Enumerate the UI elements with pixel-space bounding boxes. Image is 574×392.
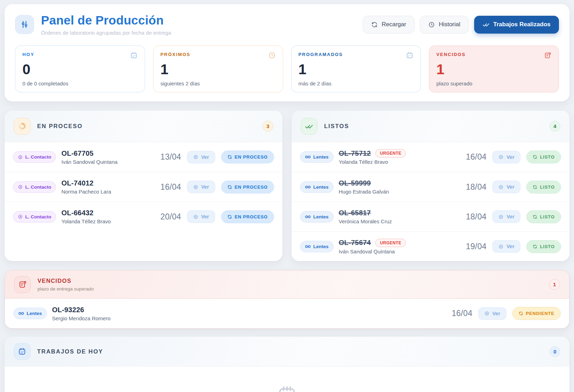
status-label: PENDIENTE bbox=[526, 311, 554, 316]
stat-caption: siguientes 2 días bbox=[160, 80, 276, 86]
order-block: OL-65817 Verónica Morales Cruz bbox=[339, 209, 392, 224]
status-badge[interactable]: LISTO bbox=[526, 240, 561, 253]
order-type-badge: L. Contacto bbox=[13, 181, 56, 193]
order-type-label: Lentes bbox=[313, 214, 329, 219]
client-name: Yolanda Téllez Bravo bbox=[339, 159, 406, 165]
stat-label: PROGRAMADOS bbox=[299, 52, 343, 57]
status-label: LISTO bbox=[540, 184, 555, 190]
client-name: Iván Sandoval Quintana bbox=[339, 248, 406, 254]
reload-label: Recargar bbox=[382, 21, 406, 28]
order-type-badge: Lentes bbox=[300, 181, 334, 193]
clock-icon bbox=[268, 51, 276, 59]
panel-en-proceso: EN PROCESO 3 bbox=[5, 111, 282, 261]
status-label: EN PROCESO bbox=[235, 214, 268, 219]
view-button[interactable]: Ver bbox=[492, 151, 520, 163]
eye-icon bbox=[193, 154, 198, 160]
order-block: OL-74012 Norma Pacheco Lara bbox=[61, 179, 111, 195]
refresh-icon bbox=[519, 311, 523, 316]
order-type-label: Lentes bbox=[27, 311, 42, 316]
stat-card-proximos: PRÓXIMOS 1 siguientes 2 días bbox=[153, 46, 283, 92]
status-badge[interactable]: EN PROCESO bbox=[221, 181, 274, 194]
page-subtitle: Órdenes de laboratorio agrupadas por fec… bbox=[41, 30, 171, 36]
header-card: Panel de Producción Órdenes de laborator… bbox=[5, 4, 569, 102]
production-dashboard: Panel de Producción Órdenes de laborator… bbox=[0, 0, 574, 392]
count-badge: 1 bbox=[549, 279, 560, 290]
order-number: OL-74012 bbox=[61, 179, 94, 187]
status-badge[interactable]: PENDIENTE bbox=[512, 307, 561, 320]
status-label: LISTO bbox=[540, 154, 555, 160]
order-number: OL-66432 bbox=[61, 209, 94, 217]
row-actions: 16/04 Ver bbox=[452, 307, 561, 320]
view-button[interactable]: Ver bbox=[492, 181, 520, 193]
trabajos-hoy-header: TRABAJOS DE HOY 0 bbox=[5, 337, 569, 366]
eye-icon bbox=[498, 214, 504, 219]
section-vencidos: VENCIDOS plazo de entrega superado 1 bbox=[5, 270, 569, 329]
order-row: Lentes OL-93226 Sergio Mendoza Romero 16… bbox=[5, 299, 569, 328]
view-label: Ver bbox=[506, 214, 514, 219]
row-actions: 13/04 Ver bbox=[160, 150, 274, 163]
order-type-badge: Lentes bbox=[13, 308, 47, 319]
order-type-label: L. Contacto bbox=[25, 154, 51, 160]
due-date: 16/04 bbox=[160, 182, 181, 192]
refresh-icon bbox=[227, 155, 232, 159]
reload-button[interactable]: Recargar bbox=[363, 16, 415, 34]
stats-row: HOY 0 0 de 0 completados PRÓXIMOS bbox=[15, 46, 559, 92]
view-label: Ver bbox=[506, 184, 514, 190]
eye-icon bbox=[498, 184, 504, 190]
history-button[interactable]: Historial bbox=[420, 16, 469, 34]
panels-grid: EN PROCESO 3 bbox=[5, 111, 569, 261]
due-date: 20/04 bbox=[160, 212, 181, 222]
stat-value: 1 bbox=[436, 62, 552, 77]
view-button[interactable]: Ver bbox=[187, 181, 215, 193]
order-number: OL-67705 bbox=[61, 149, 94, 158]
count-badge: 3 bbox=[262, 121, 273, 132]
panel-listos-header: LISTOS 4 bbox=[292, 111, 569, 142]
due-date: 16/04 bbox=[452, 309, 472, 318]
stat-label: VENCIDOS bbox=[436, 52, 466, 57]
status-badge[interactable]: LISTO bbox=[526, 210, 561, 223]
view-button[interactable]: Ver bbox=[492, 240, 520, 253]
stat-value: 1 bbox=[299, 62, 414, 77]
order-number: OL-59999 bbox=[339, 179, 371, 187]
status-badge[interactable]: EN PROCESO bbox=[221, 210, 274, 223]
refresh-icon bbox=[227, 185, 232, 189]
row-actions: 16/04 Ver bbox=[160, 181, 274, 194]
glasses-icon bbox=[305, 185, 311, 189]
view-button[interactable]: Ver bbox=[187, 210, 215, 223]
view-label: Ver bbox=[492, 311, 500, 316]
order-row: L. Contacto OL-66432 Yolanda Téllez Brav… bbox=[5, 202, 282, 231]
page-title: Panel de Producción bbox=[41, 13, 171, 27]
status-badge[interactable]: LISTO bbox=[526, 181, 561, 194]
completed-jobs-button[interactable]: Trabajos Realizados bbox=[474, 16, 559, 34]
view-button[interactable]: Ver bbox=[187, 151, 215, 163]
order-block: OL-66432 Yolanda Téllez Bravo bbox=[61, 209, 111, 224]
view-button[interactable]: Ver bbox=[492, 210, 520, 223]
history-label: Historial bbox=[439, 21, 460, 28]
client-name: Verónica Morales Cruz bbox=[339, 218, 392, 224]
urgent-badge: URGENTE bbox=[375, 239, 406, 247]
order-row: L. Contacto OL-67705 Iván Sandoval Quint… bbox=[5, 142, 282, 172]
stat-card-vencidos: VENCIDOS 1 plazo superado bbox=[429, 46, 559, 92]
due-date: 13/04 bbox=[160, 152, 181, 162]
titles: Panel de Producción Órdenes de laborator… bbox=[41, 13, 171, 36]
panel-title: EN PROCESO bbox=[37, 123, 83, 130]
order-number: OL-93226 bbox=[52, 306, 84, 314]
row-actions: 18/04 Ver bbox=[466, 210, 561, 223]
alarm-file-icon bbox=[544, 51, 552, 59]
order-block: OL-67705 Iván Sandoval Quintana bbox=[61, 149, 117, 165]
status-badge[interactable]: EN PROCESO bbox=[221, 150, 274, 163]
view-button[interactable]: Ver bbox=[478, 307, 506, 320]
count-badge: 4 bbox=[549, 121, 560, 132]
vencidos-titles: VENCIDOS plazo de entrega superado bbox=[37, 278, 94, 292]
order-number: OL-75712 bbox=[339, 149, 371, 158]
stat-value: 0 bbox=[22, 62, 138, 77]
status-label: LISTO bbox=[540, 214, 555, 219]
urgent-badge: URGENTE bbox=[375, 149, 406, 158]
order-block: OL-93226 Sergio Mendoza Romero bbox=[52, 306, 111, 321]
stat-card-programados: PROGRAMADOS 1 más de 2 días bbox=[291, 46, 421, 92]
order-type-badge: L. Contacto bbox=[13, 211, 56, 223]
order-type-badge: L. Contacto bbox=[13, 151, 56, 163]
empty-state bbox=[5, 366, 569, 392]
order-block: OL-75712 URGENTE Yolanda Téllez Bravo bbox=[339, 149, 406, 165]
status-badge[interactable]: LISTO bbox=[526, 150, 561, 163]
